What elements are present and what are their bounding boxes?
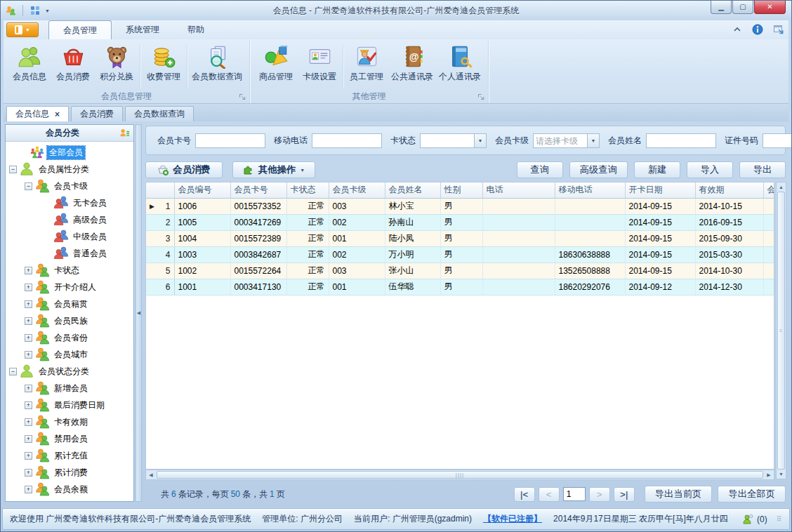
ribbon-tab-help[interactable]: 帮助	[173, 20, 218, 39]
tree-item-card-status[interactable]: + 卡状态	[6, 262, 133, 279]
col-member-id[interactable]: 会员编号	[174, 182, 230, 198]
tree-item-all-members[interactable]: 全部会员	[6, 144, 133, 161]
tree-collapse-icon[interactable]: −	[9, 368, 17, 375]
online-user-icon[interactable]	[742, 514, 753, 525]
scroll-left-icon[interactable]: ◀	[146, 470, 156, 479]
tree-item-senior-member[interactable]: 高级会员	[6, 211, 133, 228]
tree-item-member-status-category[interactable]: − 会员状态分类	[6, 363, 133, 380]
table-row[interactable]: 4 10030003842687 正常002 万小明男 18630638888 …	[146, 246, 774, 262]
ribbon-tab-member-mgmt[interactable]: 会员管理	[48, 20, 112, 39]
tree-item-new-members[interactable]: + 新增会员	[6, 380, 133, 397]
export-button[interactable]: 导出	[739, 161, 786, 178]
table-row[interactable]: ▶1 10060015573352 正常003 林小宝男 2014-09-152…	[146, 198, 774, 214]
scroll-right-icon[interactable]: ▶	[764, 470, 774, 479]
tree-item-member-balance[interactable]: + 会员余额	[6, 481, 133, 498]
ribbon-button-fee-mgmt[interactable]: 收费管理	[142, 42, 185, 91]
col-card-no[interactable]: 会员卡号	[230, 182, 286, 198]
close-button[interactable]: ✕	[754, 1, 786, 14]
tree-item-member-hometown[interactable]: + 会员籍贯	[6, 295, 133, 312]
tree-item-member-province[interactable]: + 会员省份	[6, 329, 133, 346]
horizontal-scrollbar-thumb[interactable]: ||||	[157, 471, 763, 479]
ribbon-button-points-exchange[interactable]: 积分兑换	[95, 42, 138, 91]
ribbon-tab-system-mgmt[interactable]: 系统管理	[112, 20, 173, 39]
first-page-button[interactable]: |<	[514, 487, 535, 502]
export-current-page-button[interactable]: 导出当前页	[645, 486, 713, 503]
tree-item-disabled-members[interactable]: + 禁用会员	[6, 430, 133, 447]
tree-item-total-consume[interactable]: + 累计消费	[6, 464, 133, 481]
tree-expand-icon[interactable]: +	[25, 385, 32, 392]
minimize-button[interactable]: ▁	[711, 1, 732, 14]
ribbon-button-product-mgmt[interactable]: 商品管理	[254, 42, 298, 91]
tree-expand-icon[interactable]: +	[25, 284, 32, 291]
prev-page-button[interactable]: <	[539, 487, 560, 502]
vertical-scrollbar-thumb[interactable]: ≡	[777, 192, 785, 470]
dialog-launcher-icon[interactable]	[238, 93, 246, 101]
table-row[interactable]: 5 10020015572264 正常003 张小山男 13526508888 …	[146, 262, 774, 279]
col-mobile[interactable]: 移动电话	[555, 182, 625, 198]
card-level-select[interactable]: 请选择卡级 ▼	[533, 133, 600, 148]
card-status-select[interactable]: ▼	[420, 133, 487, 148]
tree-expand-icon[interactable]: +	[25, 418, 32, 426]
import-button[interactable]: 导入	[687, 161, 733, 178]
sidebar-collapse-splitter[interactable]: ◀	[136, 124, 142, 502]
ribbon-button-public-contacts[interactable]: 公共通讯录	[388, 42, 436, 91]
tree-item-card-validity[interactable]: + 卡有效期	[6, 413, 133, 430]
doc-tab-member-info[interactable]: 会员信息 ×	[6, 106, 69, 121]
close-tab-icon[interactable]: ×	[55, 111, 60, 118]
popout-window-icon[interactable]	[773, 24, 784, 35]
col-gender[interactable]: 性别	[440, 182, 482, 198]
tree-expand-icon[interactable]: +	[25, 486, 32, 493]
tree-item-total-recharge[interactable]: + 累计充值	[6, 447, 133, 464]
tree-expand-icon[interactable]: +	[25, 317, 32, 325]
ribbon-button-personal-contacts[interactable]: 个人通讯录	[436, 42, 484, 91]
page-number-input[interactable]	[563, 487, 586, 501]
ribbon-button-member-data-query[interactable]: 会员数据查询	[189, 42, 245, 91]
tree-expand-icon[interactable]: +	[25, 469, 32, 477]
application-menu-button[interactable]: ▼	[6, 22, 39, 37]
member-consume-button[interactable]: 会员消费	[145, 161, 223, 178]
new-button[interactable]: 新建	[634, 161, 680, 178]
tree-expand-icon[interactable]: +	[25, 334, 32, 342]
export-all-pages-button[interactable]: 导出全部页	[718, 486, 786, 503]
quick-access-dropdown-icon[interactable]: ▼	[45, 8, 50, 13]
col-truncated[interactable]: 会员	[763, 182, 774, 198]
resize-grip-icon[interactable]: ⠿	[777, 515, 782, 523]
member-name-input[interactable]	[646, 133, 716, 148]
query-button[interactable]: 查询	[517, 161, 563, 178]
col-valid-until[interactable]: 有效期	[695, 182, 763, 198]
scroll-down-icon[interactable]: ▼	[777, 470, 786, 479]
tree-item-card-level[interactable]: − 会员卡级	[6, 178, 133, 194]
quick-access-grid-icon[interactable]	[29, 5, 41, 16]
tree-item-normal-member[interactable]: 普通会员	[6, 245, 133, 262]
tree-item-member-ethnicity[interactable]: + 会员民族	[6, 312, 133, 329]
col-open-date[interactable]: 开卡日期	[625, 182, 695, 198]
tree-item-middle-member[interactable]: 中级会员	[6, 228, 133, 245]
table-row[interactable]: 6 10010003417130 正常001 伍华聪男 18620292076 …	[146, 279, 774, 295]
table-row[interactable]: 3 10040015572389 正常001 陆小凤男 2014-09-1520…	[146, 230, 774, 246]
collapse-ribbon-icon[interactable]	[732, 25, 742, 34]
ribbon-button-member-info[interactable]: 会员信息	[8, 42, 51, 91]
chevron-down-icon[interactable]: ▼	[587, 134, 599, 147]
advanced-query-button[interactable]: 高级查询	[569, 161, 628, 178]
other-operations-button[interactable]: 其他操作 ▼	[232, 161, 315, 178]
dialog-launcher-icon[interactable]	[477, 93, 485, 101]
vertical-scrollbar[interactable]: ▲ ≡ ▼	[776, 182, 786, 479]
registered-link[interactable]: 【软件已注册】	[483, 513, 542, 525]
table-row[interactable]: 2 10050003417269 正常002 孙南山男 2014-09-1520…	[146, 214, 774, 230]
ribbon-button-staff-mgmt[interactable]: 员工管理	[345, 42, 388, 91]
horizontal-scrollbar[interactable]: ◀ |||| ▶	[145, 470, 774, 480]
tree-item-no-card-member[interactable]: 无卡会员	[6, 194, 133, 211]
tree-expand-icon[interactable]: +	[25, 351, 32, 359]
tree-collapse-icon[interactable]: −	[9, 166, 17, 173]
tree-expand-icon[interactable]: +	[25, 300, 32, 308]
category-settings-icon[interactable]	[119, 128, 130, 138]
scroll-up-icon[interactable]: ▲	[777, 182, 786, 192]
tree-collapse-icon[interactable]: −	[25, 182, 32, 190]
tree-expand-icon[interactable]: +	[25, 435, 32, 443]
doc-tab-member-consume[interactable]: 会员消费	[71, 106, 123, 121]
col-card-status[interactable]: 卡状态	[286, 182, 329, 198]
info-icon[interactable]	[752, 24, 763, 35]
tree-expand-icon[interactable]: +	[25, 267, 32, 274]
tree-expand-icon[interactable]: +	[25, 452, 32, 460]
col-phone[interactable]: 电话	[482, 182, 555, 198]
